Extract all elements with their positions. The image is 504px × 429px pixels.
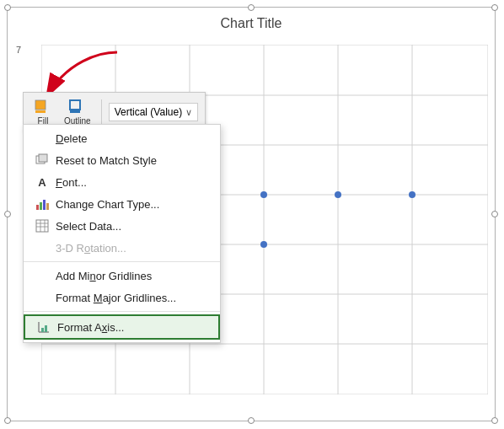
toolbar-divider (101, 99, 102, 125)
chart-title: Chart Title (8, 8, 495, 31)
menu-label-delete: Delete (56, 132, 88, 145)
svg-rect-31 (35, 110, 46, 113)
dot (260, 241, 267, 248)
fill-button[interactable]: Fill (30, 97, 56, 127)
menu-separator-1 (24, 261, 220, 262)
svg-rect-40 (36, 220, 48, 232)
menu-label-reset-style: Reset to Match Style (56, 154, 157, 167)
menu-label-3d-rotation: 3-D Rotation... (56, 242, 126, 255)
reset-icon (35, 153, 49, 167)
handle-mid-left[interactable] (4, 211, 11, 217)
menu-item-select-data[interactable]: Select Data... (24, 215, 220, 237)
handle-top-right[interactable] (491, 4, 498, 11)
axis-dropdown[interactable]: Vertical (Value) ∨ (109, 103, 198, 121)
menu-item-add-minor-gridlines[interactable]: Add Minor Gridlines (24, 265, 220, 287)
dropdown-text: Vertical (Value) (115, 106, 182, 118)
handle-bottom-center[interactable] (248, 417, 255, 424)
delete-icon (35, 131, 49, 145)
svg-rect-38 (43, 200, 46, 210)
menu-item-format-axis[interactable]: Format Axis... (24, 314, 220, 340)
menu-item-font[interactable]: A Font... (24, 171, 220, 193)
svg-rect-36 (36, 205, 39, 210)
handle-top-center[interactable] (248, 4, 255, 11)
menu-label-add-minor-gridlines: Add Minor Gridlines (56, 270, 152, 282)
menu-item-format-major-gridlines[interactable]: Format Major Gridlines... (24, 287, 220, 308)
svg-rect-39 (46, 203, 49, 210)
menu-item-change-chart-type[interactable]: Change Chart Type... (24, 193, 220, 215)
svg-rect-30 (35, 100, 46, 110)
y-axis-label: 7 (16, 45, 21, 55)
menu-label-font: Font... (56, 176, 87, 189)
chart-container: Chart Title 7 (7, 7, 496, 421)
axis-icon (37, 320, 51, 334)
outline-button[interactable]: Outline (61, 97, 94, 127)
dot (260, 191, 267, 198)
dot (409, 191, 416, 198)
menu-separator-2 (24, 311, 220, 312)
table-icon (35, 219, 49, 233)
svg-rect-48 (45, 325, 47, 332)
format-gridlines-icon (35, 291, 49, 304)
handle-bottom-right[interactable] (491, 417, 498, 424)
handle-top-left[interactable] (4, 4, 11, 11)
menu-label-format-major-gridlines: Format Major Gridlines... (56, 292, 176, 304)
menu-label-change-chart-type: Change Chart Type... (56, 198, 159, 211)
svg-rect-35 (39, 154, 47, 162)
menu-item-delete[interactable]: Delete (24, 127, 220, 149)
menu-label-select-data: Select Data... (56, 220, 121, 233)
chevron-down-icon: ∨ (185, 107, 192, 118)
context-menu: Delete Reset to Match Style A Font... (23, 124, 221, 343)
menu-label-format-axis: Format Axis... (57, 321, 124, 334)
3d-rotation-icon (35, 241, 49, 255)
chart-icon (35, 197, 49, 211)
svg-rect-32 (70, 100, 80, 110)
font-icon: A (35, 175, 49, 189)
dot (335, 191, 341, 198)
handle-bottom-left[interactable] (4, 417, 11, 424)
svg-rect-37 (40, 202, 42, 210)
svg-rect-33 (70, 110, 80, 113)
gridlines-icon (35, 269, 49, 282)
menu-item-3d-rotation: 3-D Rotation... (24, 237, 220, 259)
svg-rect-47 (41, 328, 44, 332)
menu-item-reset-style[interactable]: Reset to Match Style (24, 149, 220, 171)
handle-mid-right[interactable] (491, 211, 498, 217)
